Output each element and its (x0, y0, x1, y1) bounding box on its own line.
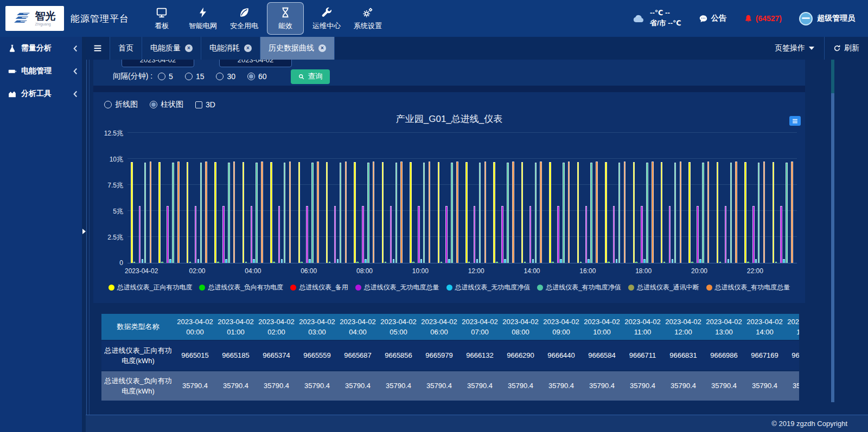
interval-option-30[interactable]: 30 (216, 72, 235, 81)
chart-bar (707, 162, 710, 263)
sidebar-item-analysis-tools[interactable]: 分析工具 (0, 82, 86, 105)
interval-option-label: 30 (227, 72, 235, 81)
vertical-scrollbar[interactable] (831, 60, 834, 402)
table-header-cell: 2023-04-02 05:00 (378, 314, 419, 340)
interval-option-60[interactable]: 60 (247, 72, 267, 81)
search-button[interactable]: 查询 (291, 69, 330, 84)
interval-option-15[interactable]: 15 (185, 72, 205, 81)
chart-bar (719, 262, 722, 263)
legend-item-5[interactable]: 总进线仪表_有功电度净值 (537, 283, 621, 292)
legend-item-2[interactable]: 总进线仪表_备用 (290, 283, 348, 292)
y-axis-label: 0 (94, 259, 123, 267)
chart-bar (540, 162, 542, 263)
chart-type-bar[interactable]: 柱状图 (150, 100, 183, 109)
chart-bar (429, 162, 431, 263)
table-header-cell: 2023-04-02 12:00 (663, 314, 704, 340)
chart-bar (345, 162, 347, 263)
tab-home[interactable]: 首页 (110, 37, 142, 60)
logo: 智光 Zhiguang (5, 6, 64, 31)
legend-item-4[interactable]: 总进线仪表_无功电度净值 (446, 283, 531, 292)
legend-label: 总进线仪表_备用 (299, 283, 348, 292)
nav-item-ops-center[interactable]: 运维中心 (308, 2, 345, 35)
chart-bar (438, 162, 440, 263)
nav-item-system-settings[interactable]: 系统设置 (349, 2, 386, 35)
chart-type-line[interactable]: 折线图 (104, 100, 138, 109)
user-name: 超级管理员 (817, 14, 855, 23)
chart-bar (613, 206, 615, 263)
date-to-input[interactable]: 2023-04-02 (219, 60, 292, 67)
chart-toolbox-button[interactable] (789, 116, 801, 126)
sidebar-item-label: 分析工具 (21, 89, 52, 99)
sidebar-item-energy-management[interactable]: 电能管理 (0, 60, 86, 82)
nav-item-dashboard[interactable]: 看板 (143, 2, 180, 35)
chart-plot: 02.5兆5兆7.5兆10兆12.5兆2023-04-0202:0004:000… (127, 133, 797, 263)
legend-label: 总进线仪表_正向有功电度 (117, 283, 193, 292)
date-from-input[interactable]: 2023-04-02 (122, 60, 194, 67)
refresh-button[interactable]: 刷新 (824, 37, 868, 60)
chart-3d-option[interactable]: 3D (195, 100, 215, 109)
chevron-left-icon (71, 67, 80, 76)
legend-item-3[interactable]: 总进线仪表_无功电度总量 (355, 283, 439, 292)
table-cell: 35790.4 (744, 371, 785, 401)
navbar-right: --℃ -- 省/市 --℃ 公告 (64527) 超级管理员 (631, 8, 855, 29)
nav-item-smart-grid[interactable]: 智能电网 (184, 2, 221, 35)
chart-bar (484, 162, 487, 263)
chart-bar (618, 163, 621, 263)
scrollbar-thumb[interactable] (831, 60, 834, 93)
chevron-left-icon (71, 89, 80, 99)
chart-bar (717, 162, 719, 263)
chart-bar (242, 162, 245, 263)
chart-bar (373, 162, 375, 263)
chart-bar (725, 206, 727, 263)
table-cell: 9665687 (337, 341, 378, 370)
chart-bar (278, 206, 280, 263)
hamburger-icon (93, 43, 103, 53)
user-menu[interactable]: 超级管理员 (799, 12, 855, 25)
legend-item-6[interactable]: 总进线仪表_通讯中断 (628, 283, 699, 292)
nav-item-energy-efficiency[interactable]: 能效 (267, 2, 304, 35)
tab-power-quality[interactable]: 电能质量× (142, 37, 201, 60)
tab-close-icon[interactable]: × (244, 44, 252, 52)
chart-bar (261, 162, 263, 263)
sidebar-item-demand-analysis[interactable]: 需量分析 (0, 37, 86, 60)
chart-bar (532, 259, 534, 263)
chart-bar (420, 259, 423, 263)
menu-toggle-button[interactable] (86, 37, 110, 60)
table-header-cell: 2023-04-02 14:00 (744, 314, 785, 340)
tabs: 首页电能质量×电能消耗×历史数据曲线× (110, 37, 335, 60)
interval-option-5[interactable]: 5 (158, 72, 173, 81)
tab-operations-dropdown[interactable]: 页签操作 (765, 37, 824, 60)
radio-icon (158, 73, 165, 80)
chart-bar (256, 163, 258, 263)
notice-label: 公告 (711, 14, 726, 23)
table-header-cell: 2023-04-02 02:00 (256, 314, 297, 340)
x-axis-label: 06:00 (301, 267, 317, 275)
notice-button[interactable]: 公告 (699, 14, 726, 23)
table-cell: 9665856 (378, 341, 419, 370)
chart-bar (133, 262, 136, 263)
legend-item-7[interactable]: 总进线仪表_有功电度总量 (706, 283, 790, 292)
alarm-button[interactable]: (64527) (744, 14, 782, 23)
chart-bar (775, 262, 777, 263)
tab-history-curve[interactable]: 历史数据曲线× (260, 37, 335, 60)
chart-bar (251, 206, 253, 263)
table-cell: 35790.4 (541, 371, 582, 401)
tab-close-icon[interactable]: × (185, 44, 193, 52)
tab-label: 首页 (118, 43, 133, 53)
data-table: 数据类型名称2023-04-02 00:002023-04-02 01:0020… (101, 314, 799, 401)
chart-bar (755, 259, 757, 263)
chart-bar (524, 262, 526, 263)
chart-bar (727, 259, 730, 263)
chart-bar (688, 162, 691, 263)
tab-close-icon[interactable]: × (318, 44, 326, 52)
chart-bar (200, 163, 202, 263)
legend-item-0[interactable]: 总进线仪表_正向有功电度 (108, 283, 193, 292)
chart-bar (563, 163, 565, 263)
panel-gap (93, 86, 805, 92)
y-axis-label: 12.5兆 (94, 129, 123, 138)
legend-item-1[interactable]: 总进线仪表_负向有功电度 (199, 283, 283, 292)
tab-energy-consumption[interactable]: 电能消耗× (201, 37, 260, 60)
chart-bar (337, 259, 339, 263)
nav-item-safe-power[interactable]: 安全用电 (226, 2, 263, 35)
table-header-cell: 2023-04-02 00:00 (175, 314, 215, 340)
